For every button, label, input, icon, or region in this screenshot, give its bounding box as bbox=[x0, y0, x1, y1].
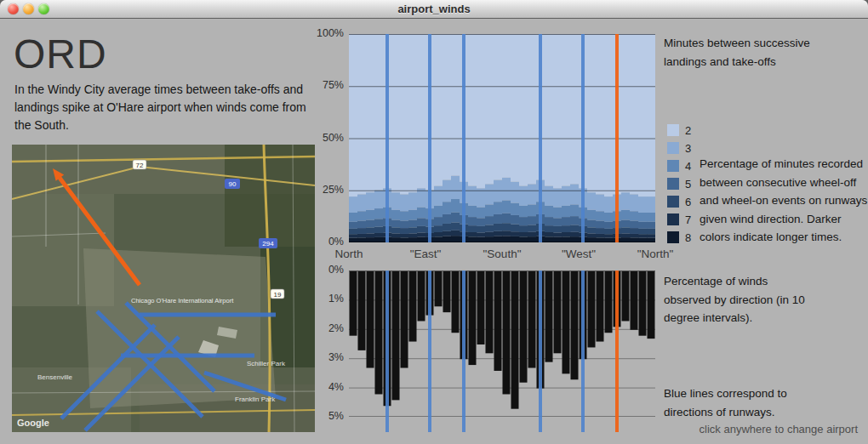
annotation-minutes-between: Minutes between successive landings and … bbox=[664, 34, 841, 71]
area-segment-6 bbox=[528, 225, 536, 231]
place-label: Schiller Park bbox=[247, 360, 286, 367]
area-segment-6 bbox=[408, 227, 417, 233]
route-shield-label: 72 bbox=[136, 162, 144, 169]
area-segment-7 bbox=[443, 231, 451, 236]
area-segment-4 bbox=[468, 206, 477, 217]
area-segment-4 bbox=[434, 206, 443, 217]
area-segment-3 bbox=[528, 184, 536, 204]
selected-runway-line bbox=[615, 270, 619, 432]
place-label: Bensenville bbox=[37, 373, 72, 381]
wind-bar bbox=[631, 271, 638, 330]
area-segment-7 bbox=[511, 231, 519, 236]
y-tick-label: 3% bbox=[300, 351, 344, 363]
runway-direction-line bbox=[385, 34, 389, 242]
area-segment-2 bbox=[621, 34, 630, 192]
area-segment-4 bbox=[545, 206, 553, 217]
landing-interval-stacked-chart[interactable] bbox=[349, 34, 655, 242]
area-segment-3 bbox=[596, 194, 604, 211]
legend-item: 4 bbox=[667, 160, 691, 172]
wind-bar bbox=[648, 271, 655, 339]
area-segment-5 bbox=[494, 214, 502, 224]
area-segment-5 bbox=[511, 215, 519, 225]
area-segment-7 bbox=[519, 232, 528, 236]
grid-line bbox=[349, 34, 655, 35]
area-segment-3 bbox=[374, 191, 383, 209]
area-segment-4 bbox=[638, 213, 647, 222]
area-segment-6 bbox=[562, 225, 570, 232]
wind-bar bbox=[562, 271, 570, 373]
grid-line bbox=[349, 270, 655, 271]
wind-bar bbox=[392, 271, 400, 400]
wind-bar bbox=[605, 271, 613, 333]
wind-bar bbox=[494, 271, 502, 371]
wind-bar bbox=[477, 271, 485, 344]
area-segment-2 bbox=[366, 34, 374, 192]
annotation-percentage-minutes: Percentage of minutes recorded between c… bbox=[700, 155, 868, 247]
area-segment-4 bbox=[511, 203, 519, 215]
x-tick-label: "North" bbox=[620, 248, 691, 260]
wind-direction-bar-chart[interactable] bbox=[349, 270, 655, 432]
wind-bar bbox=[409, 271, 417, 342]
area-segment-7 bbox=[570, 232, 579, 236]
area-segment-5 bbox=[357, 221, 366, 229]
area-segment-3 bbox=[485, 184, 494, 204]
area-segment-7 bbox=[553, 232, 562, 236]
legend-item: 5 bbox=[667, 178, 691, 190]
selected-runway-line bbox=[615, 34, 619, 242]
area-segment-2 bbox=[570, 34, 579, 184]
x-tick-label: "West" bbox=[543, 248, 614, 260]
area-segment-6 bbox=[477, 226, 485, 233]
wind-bar bbox=[503, 271, 511, 394]
area-segment-6 bbox=[485, 225, 494, 231]
area-segment-6 bbox=[570, 225, 579, 231]
area-segment-5 bbox=[553, 218, 562, 226]
area-segment-6 bbox=[400, 228, 408, 234]
grid-line bbox=[349, 242, 655, 242]
area-segment-4 bbox=[408, 210, 417, 220]
legend-swatch bbox=[667, 160, 679, 172]
wind-bar bbox=[486, 271, 494, 353]
y-tick-label: 50% bbox=[300, 132, 344, 144]
area-segment-6 bbox=[357, 228, 366, 234]
area-segment-6 bbox=[519, 225, 528, 232]
wind-bar bbox=[597, 271, 604, 342]
grid-line bbox=[349, 86, 655, 87]
area-segment-8 bbox=[494, 236, 502, 242]
area-segment-5 bbox=[349, 222, 357, 229]
area-segment-6 bbox=[511, 225, 519, 232]
area-segment-2 bbox=[468, 34, 477, 186]
area-segment-8 bbox=[485, 236, 494, 242]
app-window: airport_winds ORD In the Windy City aver… bbox=[0, 0, 868, 444]
area-segment-3 bbox=[451, 176, 460, 199]
area-segment-6 bbox=[391, 227, 400, 233]
area-segment-5 bbox=[647, 222, 655, 229]
area-segment-2 bbox=[596, 34, 604, 194]
legend-item: 6 bbox=[667, 196, 691, 208]
area-segment-4 bbox=[357, 211, 366, 220]
area-segment-7 bbox=[357, 234, 366, 237]
area-segment-4 bbox=[349, 213, 357, 222]
area-segment-4 bbox=[417, 208, 425, 219]
area-segment-7 bbox=[502, 231, 511, 236]
grid-line bbox=[349, 416, 655, 417]
wind-bar bbox=[622, 271, 630, 321]
area-segment-5 bbox=[468, 217, 477, 225]
visualization-canvas[interactable]: ORD In the Windy City average times betw… bbox=[0, 20, 868, 444]
google-watermark: Google bbox=[17, 418, 49, 428]
legend-label: 3 bbox=[685, 142, 691, 155]
area-segment-5 bbox=[434, 217, 443, 225]
area-segment-2 bbox=[408, 34, 417, 192]
runway-direction-line bbox=[428, 34, 431, 242]
airport-map[interactable]: 72 90 294 19 Chicago O'Hare Internationa… bbox=[12, 145, 315, 432]
y-tick-label: 0% bbox=[300, 236, 344, 248]
area-segment-8 bbox=[570, 236, 579, 242]
wind-bar bbox=[358, 271, 366, 350]
area-segment-7 bbox=[485, 232, 494, 236]
area-segment-3 bbox=[519, 186, 528, 206]
area-segment-2 bbox=[477, 34, 485, 188]
legend-label: 7 bbox=[685, 213, 691, 226]
area-segment-6 bbox=[553, 226, 562, 233]
area-segment-3 bbox=[434, 186, 443, 206]
wind-bar bbox=[418, 271, 425, 321]
window-titlebar[interactable]: airport_winds bbox=[0, 0, 868, 19]
